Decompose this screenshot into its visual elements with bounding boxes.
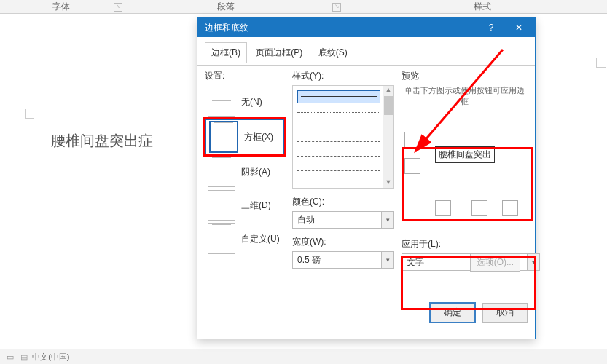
setting-3d-label: 三维(D) xyxy=(241,199,271,212)
tab-strip: 边框(B) 页面边框(P) 底纹(S) xyxy=(197,37,535,66)
preview-label: 预览 xyxy=(402,70,528,82)
ok-button[interactable]: 确定 xyxy=(429,302,476,323)
status-book-icon[interactable]: ▤ xyxy=(18,349,30,364)
preview-left-border-button[interactable] xyxy=(435,200,451,216)
style-dashdot[interactable] xyxy=(297,156,380,157)
scroll-down-icon[interactable]: ▼ xyxy=(383,178,393,188)
chevron-down-icon[interactable]: ▾ xyxy=(381,212,393,228)
help-button[interactable]: ? xyxy=(479,18,503,37)
ribbon-row: 字体 ↘ 段落 ↘ 样式 xyxy=(0,0,607,14)
ribbon-group-font: 字体 xyxy=(52,1,70,13)
dialog-title: 边框和底纹 xyxy=(205,23,248,33)
dialog-titlebar[interactable]: 边框和底纹 ? ✕ xyxy=(197,18,535,37)
style-dashed-m[interactable] xyxy=(297,141,380,142)
dialog-body: 设置: 无(N) 方框(X) 阴影(A) 三维(D) 自定义(U) xyxy=(197,66,535,313)
setting-custom[interactable]: 自定义(U) xyxy=(205,222,285,256)
width-spin[interactable]: 0.5 磅 ▾ xyxy=(292,251,394,269)
scroll-thumb[interactable] xyxy=(384,96,393,115)
status-language[interactable]: 中文(中国) xyxy=(32,352,69,361)
ribbon-group-paragraph: 段落 xyxy=(217,1,235,13)
ribbon-group-styles: 样式 xyxy=(474,1,491,13)
status-bar: ▭ ▤ 中文(中国) xyxy=(0,349,607,364)
document-text[interactable]: 腰椎间盘突出症 xyxy=(51,131,153,151)
setting-box[interactable]: 方框(X) xyxy=(205,119,285,155)
setting-shadow[interactable]: 阴影(A) xyxy=(205,155,285,189)
tab-page-border[interactable]: 页面边框(P) xyxy=(249,42,309,63)
style-scrollbar[interactable]: ▲ ▼ xyxy=(383,86,393,188)
setting-shadow-label: 阴影(A) xyxy=(241,166,270,178)
chevron-down-icon[interactable]: ▾ xyxy=(381,252,393,268)
color-value: 自动 xyxy=(297,215,315,225)
setting-column: 设置: 无(N) 方框(X) 阴影(A) 三维(D) 自定义(U) xyxy=(205,70,285,256)
document-page: 腰椎间盘突出症 xyxy=(29,51,189,342)
setting-custom-label: 自定义(U) xyxy=(241,233,280,245)
setting-box-icon xyxy=(209,121,238,153)
style-solid-selected[interactable] xyxy=(297,90,380,103)
style-dashdotdot[interactable] xyxy=(297,170,380,171)
borders-shading-dialog: 边框和底纹 ? ✕ 边框(B) 页面边框(P) 底纹(S) 设置: 无(N) 方… xyxy=(197,17,536,339)
style-dotted[interactable] xyxy=(297,112,380,113)
dialog-footer: 确定 取消 xyxy=(197,296,535,339)
preview-top-border-button[interactable] xyxy=(404,132,420,148)
close-icon[interactable]: ✕ xyxy=(507,18,530,37)
preview-sample-text: 腰椎间盘突出 xyxy=(435,146,495,163)
preview-right-border-button[interactable] xyxy=(502,200,518,216)
setting-3d[interactable]: 三维(D) xyxy=(205,189,285,222)
width-value: 0.5 磅 xyxy=(297,255,321,265)
setting-none-icon xyxy=(208,87,235,117)
style-label: 样式(Y): xyxy=(292,70,394,82)
setting-3d-icon xyxy=(208,190,235,221)
setting-box-label: 方框(X) xyxy=(244,131,273,143)
tab-borders[interactable]: 边框(B) xyxy=(205,42,247,63)
style-dashed-s[interactable] xyxy=(297,127,380,127)
margin-mark-left-icon xyxy=(25,109,34,119)
font-dialog-launcher-icon[interactable]: ↘ xyxy=(114,3,122,12)
setting-none[interactable]: 无(N) xyxy=(205,85,285,119)
preview-hint: 单击下方图示或使用按钮可应用边框 xyxy=(402,85,528,107)
preview-area: 腰椎间盘突出 xyxy=(402,122,528,209)
width-label: 宽度(W): xyxy=(292,236,394,248)
tab-shading[interactable]: 底纹(S) xyxy=(312,42,354,63)
style-list[interactable]: ▲ ▼ xyxy=(292,85,394,189)
status-page-icon[interactable]: ▭ xyxy=(4,349,16,364)
preview-center-border-button[interactable] xyxy=(471,200,487,216)
preview-column: 预览 单击下方图示或使用按钮可应用边框 腰椎间盘突出 应用于(L): 文字 ▾ xyxy=(402,70,528,271)
apply-to-value: 文字 xyxy=(407,257,424,267)
paragraph-dialog-launcher-icon[interactable]: ↘ xyxy=(332,3,341,12)
color-label: 颜色(C): xyxy=(292,196,394,208)
options-button: 选项(O)... xyxy=(470,253,520,272)
scroll-up-icon[interactable]: ▲ xyxy=(383,86,393,95)
style-column: 样式(Y): ▲ ▼ 颜色(C): 自动 ▾ 宽度(W): xyxy=(292,70,394,269)
color-combo[interactable]: 自动 ▾ xyxy=(292,211,394,229)
chevron-down-icon[interactable]: ▾ xyxy=(527,254,539,270)
cancel-button[interactable]: 取消 xyxy=(482,303,528,323)
apply-to-label: 应用于(L): xyxy=(402,238,528,250)
setting-label: 设置: xyxy=(205,70,285,82)
setting-custom-icon xyxy=(208,223,235,254)
setting-shadow-icon xyxy=(208,157,235,187)
preview-bottom-border-button[interactable] xyxy=(404,158,420,174)
margin-mark-right-icon xyxy=(596,58,606,68)
setting-none-label: 无(N) xyxy=(241,96,262,108)
